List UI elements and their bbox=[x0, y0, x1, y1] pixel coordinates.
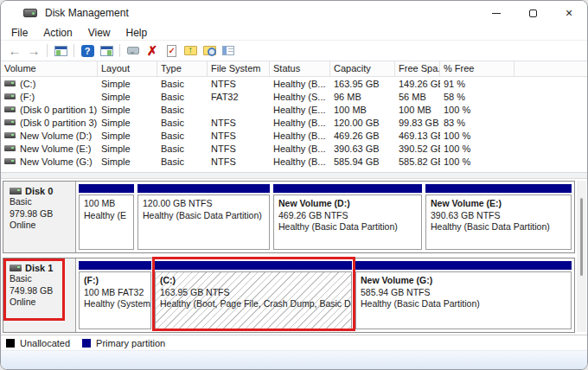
properties-icon[interactable] bbox=[220, 43, 237, 59]
volume-name: (F:) bbox=[20, 92, 35, 102]
console-tree-icon[interactable] bbox=[52, 43, 69, 59]
partition-status: Healthy (System bbox=[84, 298, 150, 310]
cell-pct: 83 % bbox=[440, 118, 514, 128]
cell-volume: New Volume (G:) bbox=[1, 156, 98, 167]
column-header-free-spa[interactable]: Free Spa... bbox=[395, 61, 440, 76]
volume-list-pane: VolumeLayoutTypeFile SystemStatusCapacit… bbox=[1, 61, 587, 172]
close-button[interactable]: × bbox=[551, 1, 587, 25]
menu-item-help[interactable]: Help bbox=[118, 27, 156, 39]
cell-status: Healthy (B... bbox=[270, 118, 330, 128]
cell-capacity: 120.00 GB bbox=[330, 118, 395, 128]
cell-pct: 100 % bbox=[440, 144, 514, 154]
legend-item-unallocated: Unallocated bbox=[6, 338, 70, 348]
action-pane-icon[interactable] bbox=[98, 43, 115, 59]
disk-icon bbox=[10, 188, 22, 195]
vertical-scrollbar[interactable] bbox=[577, 181, 586, 332]
partition-status: Healthy (Basic Data Partition) bbox=[143, 210, 269, 222]
cell-status: Healthy (B... bbox=[270, 144, 330, 154]
cell-layout: Simple bbox=[98, 131, 157, 141]
column-header-file-system[interactable]: File System bbox=[208, 61, 270, 76]
cell-free: 56 MB bbox=[395, 92, 440, 102]
disk-row-disk-1: Disk 1Basic749.98 GBOnline(F:)100 MB FAT… bbox=[3, 258, 575, 333]
help-icon[interactable]: ? bbox=[79, 43, 96, 59]
partition-new-volume-e[interactable]: New Volume (E:)390.63 GB NTFSHealthy (Ba… bbox=[425, 184, 572, 250]
column-header-status[interactable]: Status bbox=[270, 61, 330, 76]
volume-name: (C:) bbox=[20, 79, 35, 89]
cell-volume: (Disk 0 partition 1) bbox=[1, 105, 98, 115]
column-header-type[interactable]: Type bbox=[157, 61, 208, 76]
partition-type-strip bbox=[425, 184, 572, 193]
volume-row[interactable]: (C:)SimpleBasicNTFSHealthy (B...163.95 G… bbox=[1, 77, 587, 90]
cell-capacity: 96 MB bbox=[330, 92, 395, 102]
volume-row[interactable]: (Disk 0 partition 3)SimpleBasicNTFSHealt… bbox=[1, 116, 587, 129]
partition-type-strip bbox=[137, 184, 270, 193]
scrollbar-thumb[interactable] bbox=[580, 198, 583, 276]
maximize-button[interactable] bbox=[514, 1, 551, 25]
cell-fs: NTFS bbox=[208, 131, 270, 141]
partition-info: (F:)100 MB FAT32Healthy (System bbox=[79, 271, 151, 329]
cell-layout: Simple bbox=[98, 92, 157, 102]
legend-swatch-unallocated bbox=[6, 339, 15, 348]
column-header-volume[interactable]: Volume bbox=[1, 61, 98, 76]
partition-f[interactable]: (F:)100 MB FAT32Healthy (System bbox=[79, 261, 151, 329]
minimize-icon bbox=[492, 13, 501, 14]
volume-drive-icon bbox=[4, 106, 16, 112]
volume-name: New Volume (G:) bbox=[20, 156, 93, 167]
cell-status: Healthy (B... bbox=[270, 156, 330, 167]
partition-c[interactable]: (C:)163.95 GB NTFSHealthy (Boot, Page Fi… bbox=[155, 261, 352, 329]
volume-row[interactable]: New Volume (E:)SimpleBasicNTFSHealthy (B… bbox=[1, 142, 587, 155]
disk-label-disk-1[interactable]: Disk 1Basic749.98 GBOnline bbox=[3, 258, 76, 332]
column-header-layout[interactable]: Layout bbox=[98, 61, 157, 76]
cell-volume: (F:) bbox=[1, 92, 98, 102]
delete-volume-icon[interactable]: ✗ bbox=[144, 43, 161, 59]
toolbar-separator bbox=[119, 44, 120, 57]
minimize-button[interactable] bbox=[478, 1, 514, 25]
cell-free: 100 MB bbox=[395, 105, 440, 115]
back-arrow-icon[interactable]: ← bbox=[6, 43, 23, 59]
volume-drive-icon bbox=[4, 119, 16, 125]
column-header-capacity[interactable]: Capacity bbox=[330, 61, 395, 76]
partition-new-volume-d[interactable]: New Volume (D:)469.26 GB NTFSHealthy (Ba… bbox=[273, 184, 422, 250]
menu-bar: FileActionViewHelp bbox=[1, 25, 587, 41]
partition-block[interactable]: 120.00 GB NTFSHealthy (Basic Data Partit… bbox=[137, 184, 270, 250]
cell-free: 149.26 GB bbox=[395, 79, 440, 89]
partition-status: Healthy (E bbox=[84, 210, 133, 222]
folder-find-icon[interactable] bbox=[201, 43, 218, 59]
cell-volume: New Volume (E:) bbox=[1, 144, 98, 154]
volume-name: (Disk 0 partition 3) bbox=[20, 118, 97, 128]
volume-row[interactable]: (Disk 0 partition 1)SimpleBasicHealthy (… bbox=[1, 103, 587, 116]
forward-arrow-icon[interactable]: → bbox=[25, 43, 42, 59]
menu-item-file[interactable]: File bbox=[3, 27, 35, 39]
partition-status: Healthy (Boot, Page File, Crash Dump, Ba… bbox=[160, 298, 351, 310]
cell-fs: FAT32 bbox=[208, 92, 270, 102]
partition-size: 585.94 GB NTFS bbox=[361, 287, 571, 299]
disk-state: Online bbox=[10, 220, 74, 232]
cell-type: Basic bbox=[157, 118, 208, 128]
menu-item-action[interactable]: Action bbox=[35, 27, 80, 39]
partition-title: (C:) bbox=[160, 275, 351, 287]
legend-label: Primary partition bbox=[96, 338, 165, 348]
volume-row[interactable]: (F:)SimpleBasicFAT32Healthy (S...96 MB56… bbox=[1, 90, 587, 103]
volume-row[interactable]: New Volume (G:)SimpleBasicNTFSHealthy (B… bbox=[1, 155, 587, 168]
menu-item-view[interactable]: View bbox=[80, 27, 118, 39]
cell-status: Healthy (S... bbox=[270, 92, 330, 102]
partition-new-volume-g[interactable]: New Volume (G:)585.94 GB NTFSHealthy (Ba… bbox=[355, 261, 572, 329]
cell-pct: 58 % bbox=[440, 92, 514, 102]
disk-name-text: Disk 0 bbox=[25, 186, 53, 196]
cell-type: Basic bbox=[157, 105, 208, 115]
disk-label-disk-0[interactable]: Disk 0Basic979.98 GBOnline bbox=[3, 182, 76, 252]
pane-splitter[interactable] bbox=[1, 172, 587, 179]
folder-up-icon[interactable] bbox=[182, 43, 199, 59]
cell-fs: NTFS bbox=[208, 79, 270, 89]
title-bar: Disk Management × bbox=[1, 1, 587, 25]
partition-title: New Volume (D:) bbox=[278, 198, 421, 210]
disk-name-text: Disk 1 bbox=[25, 263, 53, 273]
cell-pct: 91 % bbox=[440, 79, 514, 89]
partition-block[interactable]: 100 MBHealthy (E bbox=[79, 184, 134, 250]
dialog-icon[interactable] bbox=[125, 43, 142, 59]
volume-row[interactable]: New Volume (D:)SimpleBasicNTFSHealthy (B… bbox=[1, 129, 587, 142]
check-document-icon[interactable] bbox=[163, 43, 180, 59]
column-header-free[interactable]: % Free bbox=[440, 61, 514, 76]
volume-drive-icon bbox=[4, 145, 16, 151]
close-icon: × bbox=[566, 7, 572, 19]
